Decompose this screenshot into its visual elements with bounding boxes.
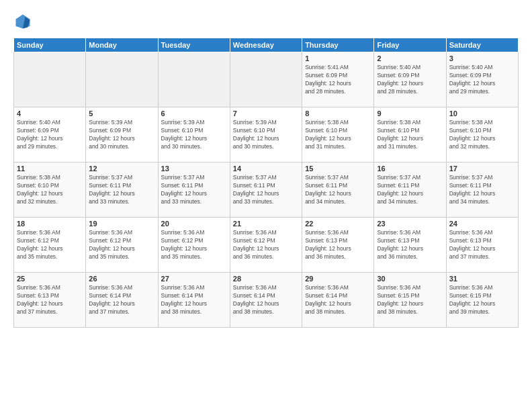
day-number: 27 <box>161 275 227 283</box>
calendar-cell: 23Sunrise: 5:36 AMSunset: 6:13 PMDayligh… <box>374 218 446 273</box>
day-info: Sunrise: 5:36 AMSunset: 6:12 PMDaylight:… <box>233 229 299 261</box>
day-info: Sunrise: 5:40 AMSunset: 6:09 PMDaylight:… <box>449 64 515 96</box>
day-number: 7 <box>233 109 299 118</box>
day-info: Sunrise: 5:36 AMSunset: 6:14 PMDaylight:… <box>305 284 371 316</box>
weekday-header-tuesday: Tuesday <box>158 38 230 52</box>
calendar-cell: 18Sunrise: 5:36 AMSunset: 6:12 PMDayligh… <box>14 218 86 273</box>
calendar-cell: 13Sunrise: 5:37 AMSunset: 6:11 PMDayligh… <box>158 163 230 218</box>
day-info: Sunrise: 5:36 AMSunset: 6:14 PMDaylight:… <box>89 284 154 316</box>
day-number: 28 <box>233 275 299 283</box>
day-number: 30 <box>377 275 443 283</box>
calendar-week-4: 18Sunrise: 5:36 AMSunset: 6:12 PMDayligh… <box>14 218 519 273</box>
day-info: Sunrise: 5:36 AMSunset: 6:15 PMDaylight:… <box>449 284 515 316</box>
day-number: 25 <box>17 275 83 283</box>
calendar-week-1: 1Sunrise: 5:41 AMSunset: 6:09 PMDaylight… <box>14 52 519 107</box>
day-info: Sunrise: 5:36 AMSunset: 6:14 PMDaylight:… <box>233 284 299 316</box>
header <box>13 12 519 31</box>
calendar-cell: 19Sunrise: 5:36 AMSunset: 6:12 PMDayligh… <box>86 218 158 273</box>
day-number: 10 <box>449 109 515 118</box>
page: SundayMondayTuesdayWednesdayThursdayFrid… <box>0 0 532 411</box>
calendar-cell: 2Sunrise: 5:40 AMSunset: 6:09 PMDaylight… <box>374 52 446 107</box>
day-number: 21 <box>233 220 299 228</box>
calendar-week-5: 25Sunrise: 5:36 AMSunset: 6:13 PMDayligh… <box>14 273 519 328</box>
day-number: 31 <box>449 275 515 283</box>
day-number: 18 <box>17 220 83 228</box>
calendar-cell: 3Sunrise: 5:40 AMSunset: 6:09 PMDaylight… <box>446 52 518 107</box>
calendar-cell: 14Sunrise: 5:37 AMSunset: 6:11 PMDayligh… <box>230 163 302 218</box>
day-number: 11 <box>17 165 83 173</box>
calendar-cell: 4Sunrise: 5:40 AMSunset: 6:09 PMDaylight… <box>14 107 86 163</box>
day-number: 15 <box>305 165 371 173</box>
logo <box>13 12 35 31</box>
day-number: 17 <box>449 165 515 173</box>
day-info: Sunrise: 5:39 AMSunset: 6:10 PMDaylight:… <box>161 119 227 151</box>
logo-icon <box>13 12 32 31</box>
day-number: 5 <box>89 109 154 118</box>
day-info: Sunrise: 5:36 AMSunset: 6:13 PMDaylight:… <box>449 229 515 261</box>
calendar-cell: 30Sunrise: 5:36 AMSunset: 6:15 PMDayligh… <box>374 273 446 328</box>
day-info: Sunrise: 5:36 AMSunset: 6:13 PMDaylight:… <box>17 284 83 316</box>
calendar-cell: 28Sunrise: 5:36 AMSunset: 6:14 PMDayligh… <box>230 273 302 328</box>
calendar-cell: 17Sunrise: 5:37 AMSunset: 6:11 PMDayligh… <box>446 163 518 218</box>
calendar-week-3: 11Sunrise: 5:38 AMSunset: 6:10 PMDayligh… <box>14 163 519 218</box>
day-info: Sunrise: 5:37 AMSunset: 6:11 PMDaylight:… <box>305 174 371 206</box>
day-info: Sunrise: 5:36 AMSunset: 6:12 PMDaylight:… <box>89 229 154 261</box>
day-info: Sunrise: 5:36 AMSunset: 6:13 PMDaylight:… <box>305 229 371 261</box>
day-info: Sunrise: 5:37 AMSunset: 6:11 PMDaylight:… <box>377 174 443 206</box>
calendar-cell: 8Sunrise: 5:38 AMSunset: 6:10 PMDaylight… <box>302 107 374 163</box>
day-info: Sunrise: 5:39 AMSunset: 6:10 PMDaylight:… <box>233 119 299 151</box>
day-info: Sunrise: 5:36 AMSunset: 6:14 PMDaylight:… <box>161 284 227 316</box>
day-number: 26 <box>89 275 154 283</box>
calendar-cell: 25Sunrise: 5:36 AMSunset: 6:13 PMDayligh… <box>14 273 86 328</box>
calendar-cell <box>14 52 86 107</box>
day-number: 22 <box>305 220 371 228</box>
day-info: Sunrise: 5:41 AMSunset: 6:09 PMDaylight:… <box>305 64 371 96</box>
day-info: Sunrise: 5:36 AMSunset: 6:12 PMDaylight:… <box>161 229 227 261</box>
day-info: Sunrise: 5:38 AMSunset: 6:10 PMDaylight:… <box>305 119 371 151</box>
day-number: 1 <box>305 54 371 62</box>
calendar-cell: 5Sunrise: 5:39 AMSunset: 6:09 PMDaylight… <box>86 107 158 163</box>
calendar-cell: 27Sunrise: 5:36 AMSunset: 6:14 PMDayligh… <box>158 273 230 328</box>
calendar-cell: 16Sunrise: 5:37 AMSunset: 6:11 PMDayligh… <box>374 163 446 218</box>
calendar-cell: 24Sunrise: 5:36 AMSunset: 6:13 PMDayligh… <box>446 218 518 273</box>
day-number: 2 <box>377 54 443 62</box>
day-number: 4 <box>17 109 83 118</box>
day-info: Sunrise: 5:38 AMSunset: 6:10 PMDaylight:… <box>377 119 443 151</box>
calendar-week-2: 4Sunrise: 5:40 AMSunset: 6:09 PMDaylight… <box>14 107 519 163</box>
day-info: Sunrise: 5:36 AMSunset: 6:15 PMDaylight:… <box>377 284 443 316</box>
calendar-cell: 22Sunrise: 5:36 AMSunset: 6:13 PMDayligh… <box>302 218 374 273</box>
calendar-cell <box>230 52 302 107</box>
day-info: Sunrise: 5:40 AMSunset: 6:09 PMDaylight:… <box>17 119 83 151</box>
day-info: Sunrise: 5:36 AMSunset: 6:13 PMDaylight:… <box>377 229 443 261</box>
calendar-cell: 10Sunrise: 5:38 AMSunset: 6:10 PMDayligh… <box>446 107 518 163</box>
calendar-cell: 29Sunrise: 5:36 AMSunset: 6:14 PMDayligh… <box>302 273 374 328</box>
calendar-cell <box>86 52 158 107</box>
day-info: Sunrise: 5:37 AMSunset: 6:11 PMDaylight:… <box>89 174 154 206</box>
day-number: 9 <box>377 109 443 118</box>
day-info: Sunrise: 5:39 AMSunset: 6:09 PMDaylight:… <box>89 119 154 151</box>
calendar-cell: 1Sunrise: 5:41 AMSunset: 6:09 PMDaylight… <box>302 52 374 107</box>
calendar-cell: 26Sunrise: 5:36 AMSunset: 6:14 PMDayligh… <box>86 273 158 328</box>
calendar-cell: 6Sunrise: 5:39 AMSunset: 6:10 PMDaylight… <box>158 107 230 163</box>
day-number: 14 <box>233 165 299 173</box>
calendar-cell: 7Sunrise: 5:39 AMSunset: 6:10 PMDaylight… <box>230 107 302 163</box>
day-info: Sunrise: 5:37 AMSunset: 6:11 PMDaylight:… <box>449 174 515 206</box>
calendar-cell: 20Sunrise: 5:36 AMSunset: 6:12 PMDayligh… <box>158 218 230 273</box>
weekday-header-row: SundayMondayTuesdayWednesdayThursdayFrid… <box>14 38 519 52</box>
calendar-cell: 9Sunrise: 5:38 AMSunset: 6:10 PMDaylight… <box>374 107 446 163</box>
day-number: 24 <box>449 220 515 228</box>
calendar-cell: 15Sunrise: 5:37 AMSunset: 6:11 PMDayligh… <box>302 163 374 218</box>
weekday-header-saturday: Saturday <box>446 38 518 52</box>
weekday-header-friday: Friday <box>374 38 446 52</box>
day-number: 29 <box>305 275 371 283</box>
calendar-cell: 12Sunrise: 5:37 AMSunset: 6:11 PMDayligh… <box>86 163 158 218</box>
day-info: Sunrise: 5:37 AMSunset: 6:11 PMDaylight:… <box>233 174 299 206</box>
day-number: 20 <box>161 220 227 228</box>
day-info: Sunrise: 5:40 AMSunset: 6:09 PMDaylight:… <box>377 64 443 96</box>
day-number: 6 <box>161 109 227 118</box>
day-info: Sunrise: 5:36 AMSunset: 6:12 PMDaylight:… <box>17 229 83 261</box>
day-number: 13 <box>161 165 227 173</box>
calendar-cell: 21Sunrise: 5:36 AMSunset: 6:12 PMDayligh… <box>230 218 302 273</box>
calendar-table: SundayMondayTuesdayWednesdayThursdayFrid… <box>13 38 519 328</box>
weekday-header-thursday: Thursday <box>302 38 374 52</box>
